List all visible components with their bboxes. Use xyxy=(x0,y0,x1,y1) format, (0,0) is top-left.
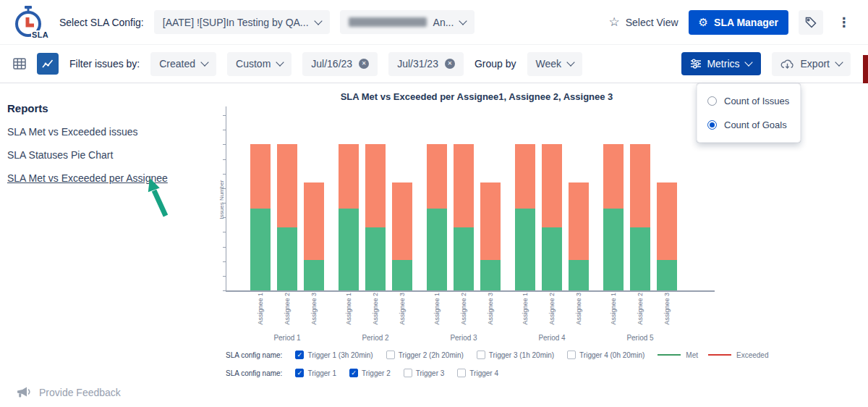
stacked-bar xyxy=(392,182,412,290)
checkbox-label: Trigger 4 (0h 20min) xyxy=(579,351,644,359)
chevron-down-icon xyxy=(835,58,843,66)
trigger-checkbox-item[interactable]: Trigger 3 xyxy=(404,369,445,377)
metrics-menu-item[interactable]: Count of Issues xyxy=(697,89,800,113)
select-view-button[interactable]: ☆ Select View xyxy=(608,16,678,28)
bars-row xyxy=(427,115,501,290)
bar-segment-exceeded xyxy=(454,144,474,227)
sla-manager-button[interactable]: ⚙ SLA Manager xyxy=(689,10,788,35)
checkbox-icon[interactable] xyxy=(404,369,412,377)
bar-segment-exceeded xyxy=(515,144,535,209)
bar-groups: Assignee 1Assignee 2Assignee 3Period 1As… xyxy=(226,115,738,342)
bar-segment-exceeded xyxy=(542,144,562,227)
bar-segment-exceeded xyxy=(569,182,589,260)
filter-issues-label: Filter issues by: xyxy=(69,58,140,70)
bar-segment-exceeded xyxy=(250,144,271,209)
clear-date-icon[interactable]: ✕ xyxy=(359,59,369,69)
chart-filters: SLA config name:✓Trigger 1 (3h 20min)Tri… xyxy=(216,351,738,377)
metrics-button[interactable]: Metrics xyxy=(681,52,760,75)
filter-toolbar: Filter issues by: Created Custom Jul/16/… xyxy=(0,45,868,83)
period-label: Period 3 xyxy=(427,334,501,342)
metrics-menu: Count of IssuesCount of Goals xyxy=(697,83,801,143)
x-tick-labels: Assignee 1Assignee 2Assignee 3 xyxy=(339,290,412,332)
trigger-checkbox-item[interactable]: Trigger 2 (2h 20min) xyxy=(386,351,464,359)
stacked-bar xyxy=(480,182,501,290)
created-dropdown[interactable]: Created xyxy=(150,52,216,76)
sla-config-filter-row: SLA config name:✓Trigger 1 (3h 20min)Tri… xyxy=(226,351,738,359)
checkbox-icon[interactable] xyxy=(457,369,466,377)
checkbox-checked-icon[interactable]: ✓ xyxy=(295,369,304,377)
table-view-button[interactable] xyxy=(13,58,26,70)
x-tick-label: Assignee 3 xyxy=(569,290,589,332)
trigger-checkbox-item[interactable]: ✓Trigger 1 (3h 20min) xyxy=(295,351,373,359)
trigger-checkbox-item[interactable]: ✓Trigger 2 xyxy=(349,369,391,377)
reports-heading: Reports xyxy=(7,102,179,114)
stacked-bar xyxy=(365,144,386,290)
chart-plot: Issues Number Assignee 1Assignee 2Assign… xyxy=(226,115,738,342)
x-tick-label: Assignee 1 xyxy=(427,290,447,332)
checkbox-icon[interactable] xyxy=(477,351,485,359)
trigger-checkbox-item[interactable]: Trigger 4 xyxy=(457,369,498,377)
sidebar-item[interactable]: SLA Met vs Exceeded issues xyxy=(7,120,179,143)
date-to-chip[interactable]: Jul/31/23 ✕ xyxy=(388,52,464,76)
checkbox-icon[interactable] xyxy=(386,351,395,359)
bar-segment-met xyxy=(427,209,447,290)
bar-segment-exceeded xyxy=(277,144,297,227)
trigger-checkbox-item[interactable]: Trigger 4 (0h 20min) xyxy=(567,351,644,359)
chevron-down-icon xyxy=(276,58,284,66)
checkbox-icon[interactable] xyxy=(567,351,576,359)
x-tick-label: Assignee 3 xyxy=(480,290,501,332)
stacked-bar xyxy=(339,144,359,290)
y-tick xyxy=(223,144,226,145)
x-tick-label: Assignee 1 xyxy=(515,290,535,332)
trigger-checkbox-item[interactable]: ✓Trigger 1 xyxy=(295,369,336,377)
sla-manager-label: SLA Manager xyxy=(714,17,778,28)
menu-item-label: Count of Issues xyxy=(724,96,789,106)
export-dropdown[interactable]: Export xyxy=(772,52,851,76)
sidebar-item[interactable]: SLA Statuses Pie Chart xyxy=(7,143,179,167)
legend-item: Met xyxy=(658,351,698,359)
y-tick xyxy=(223,115,226,116)
more-menu-button[interactable]: ⋮ xyxy=(833,14,855,30)
group-by-dropdown[interactable]: Week xyxy=(527,52,583,76)
y-axis-label: Issues Number xyxy=(218,180,225,219)
metrics-menu-item[interactable]: Count of Goals xyxy=(697,113,800,137)
stacked-bar xyxy=(603,144,624,290)
bar-segment-met xyxy=(542,227,562,290)
app-header: SLA Select SLA Config: [AATE] ![SUP]In T… xyxy=(0,0,868,45)
trigger-checkbox-item[interactable]: Trigger 3 (1h 20min) xyxy=(477,351,554,359)
chevron-down-icon xyxy=(566,58,574,66)
checkbox-checked-icon[interactable]: ✓ xyxy=(295,351,304,359)
date-from-chip[interactable]: Jul/16/23 ✕ xyxy=(302,52,378,76)
provide-feedback-button[interactable]: Provide Feedback xyxy=(16,386,121,399)
filter-row-label: SLA config name: xyxy=(226,351,282,359)
x-tick-label: Assignee 1 xyxy=(250,290,271,332)
checkbox-checked-icon[interactable]: ✓ xyxy=(349,369,358,377)
created-value: Created xyxy=(159,58,195,70)
sla-config-dropdown[interactable]: [AATE] ![SUP]In Testing by QA... xyxy=(154,10,330,34)
checkbox-label: Trigger 3 xyxy=(416,369,445,377)
stacked-bar xyxy=(657,182,677,290)
tag-button[interactable] xyxy=(799,10,823,35)
chart-view-button[interactable] xyxy=(37,53,59,75)
range-dropdown[interactable]: Custom xyxy=(227,52,292,76)
bar-segment-met xyxy=(515,209,535,290)
stacked-bar xyxy=(250,144,271,290)
redacted-text xyxy=(349,17,427,27)
bar-group: Assignee 1Assignee 2Assignee 3Period 1 xyxy=(250,115,324,342)
chart-area: SLA Met vs Exceeded per Assignee1, Assig… xyxy=(216,91,738,377)
clear-date-icon[interactable]: ✕ xyxy=(445,59,455,69)
x-tick-label: Assignee 2 xyxy=(365,290,386,332)
assignee-value: An... xyxy=(433,17,454,28)
x-tick-labels: Assignee 1Assignee 2Assignee 3 xyxy=(427,290,501,332)
assignee-dropdown[interactable]: An... xyxy=(340,10,475,34)
y-tick xyxy=(223,247,226,248)
x-tick-label: Assignee 2 xyxy=(277,290,297,332)
x-tick-label: Assignee 3 xyxy=(392,290,412,332)
y-tick xyxy=(223,232,226,232)
checkbox-label: Trigger 4 xyxy=(469,369,498,377)
y-tick xyxy=(223,188,226,189)
checkbox-label: Trigger 1 (3h 20min) xyxy=(307,351,373,359)
bars-row xyxy=(339,115,412,290)
cloud-export-icon xyxy=(780,59,794,70)
bar-segment-met xyxy=(454,227,474,290)
